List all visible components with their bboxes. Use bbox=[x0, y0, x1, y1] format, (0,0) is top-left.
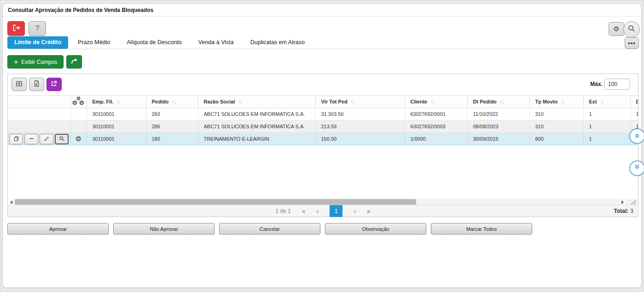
column-header-dt-pedido[interactable]: Dt Pedido↑↓ bbox=[467, 96, 529, 108]
table-row[interactable]: ⚙30110001180TREINAMENTO E-LEARGIN150.001… bbox=[8, 133, 638, 145]
column-header-cliente[interactable]: Cliente↑↓ bbox=[405, 96, 467, 108]
aprovar-button[interactable]: Aprovar bbox=[7, 223, 109, 235]
column-label: Pedido bbox=[152, 99, 169, 104]
cell-emp-fil: 30110001 bbox=[87, 133, 146, 145]
exit-button[interactable] bbox=[7, 21, 25, 36]
copy-row-button[interactable] bbox=[9, 134, 23, 144]
column-label: Cliente bbox=[411, 99, 428, 104]
cell-est: 1 bbox=[583, 133, 630, 145]
column-header-vlr-tot-ped[interactable]: Vlr Tot Ped↑↓ bbox=[315, 96, 405, 108]
view-row-button[interactable] bbox=[55, 134, 69, 144]
cell-dt-pedido: 11/10/2022 bbox=[467, 108, 529, 120]
cell-emp-fil: 30110001 bbox=[87, 108, 146, 120]
sort-arrows-icon[interactable]: ↑↓ bbox=[172, 99, 175, 104]
sort-arrows-icon[interactable]: ↑↓ bbox=[561, 99, 564, 104]
column-header-de[interactable]: De↑↓ bbox=[630, 96, 638, 108]
row-actions-cell bbox=[8, 120, 70, 133]
tab-venda-a-vista[interactable]: Venda à Vista bbox=[191, 36, 241, 49]
column-header-razao-social[interactable]: Razão Social↑↓ bbox=[198, 96, 315, 108]
tab-limite-de-credito[interactable]: Limite de Crédito bbox=[7, 36, 68, 49]
max-rows-input[interactable] bbox=[604, 79, 630, 90]
search-icon bbox=[627, 24, 636, 34]
expand-grid-button[interactable] bbox=[46, 78, 62, 91]
gear-icon: ⚙ bbox=[613, 25, 619, 33]
export-file-button[interactable] bbox=[29, 78, 44, 91]
page-title: Consultar Aprovação de Pedidos de Venda … bbox=[3, 4, 641, 17]
max-label: Máx. bbox=[590, 81, 603, 87]
cell-pedido: 286 bbox=[146, 120, 198, 133]
prev-page-button[interactable]: ‹ bbox=[317, 208, 319, 214]
column-header-emp-fil[interactable]: Emp. Fil.↑↓ bbox=[87, 96, 146, 108]
cancelar-button[interactable]: Cancelar bbox=[219, 223, 320, 235]
column-header-est[interactable]: Est↑↓ bbox=[583, 96, 630, 108]
cell-tp-movto: 310 bbox=[529, 120, 583, 133]
scroll-to-bottom-button[interactable] bbox=[629, 160, 644, 176]
footer-button-row: AprovarNão AprovarCancelarObservaçãoMarc… bbox=[7, 223, 532, 235]
grid-toolbar: Máx. bbox=[8, 74, 638, 95]
cell-razao-social: ABC71 SOLUCOES EM INFORMATICA S.A. bbox=[198, 120, 315, 133]
help-button[interactable]: ? bbox=[29, 21, 46, 36]
total-counter: Total: 3 bbox=[614, 205, 633, 217]
tab-duplicatas-em-atraso[interactable]: Duplicatas em Atraso bbox=[244, 36, 312, 49]
sort-arrows-icon[interactable]: ↑↓ bbox=[116, 99, 120, 104]
column-label: Emp. Fil. bbox=[93, 99, 114, 104]
cell-dt-pedido: 30/09/2015 bbox=[467, 133, 529, 145]
cell-razao-social: ABC71 SOLUCOES EM INFORMATICA S.A. bbox=[198, 108, 315, 120]
table-row[interactable]: 30110001283ABC71 SOLUCOES EM INFORMATICA… bbox=[8, 108, 638, 120]
settings-button[interactable]: ⚙ bbox=[609, 22, 624, 36]
file-export-icon bbox=[33, 80, 40, 89]
row-settings-cell: ⚙ bbox=[70, 133, 87, 145]
current-page-button[interactable]: 1 bbox=[330, 205, 342, 217]
table-header-row: ⚙⚙⚙Emp. Fil.↑↓Pedido↑↓Razão Social↑↓Vlr … bbox=[8, 96, 638, 108]
table-row[interactable]: 30110001286ABC71 SOLUCOES EM INFORMATICA… bbox=[8, 120, 638, 133]
row-settings-cell bbox=[70, 108, 87, 120]
row-actions-cell bbox=[8, 108, 70, 120]
next-page-button[interactable]: › bbox=[354, 208, 356, 214]
column-header-pedido[interactable]: Pedido↑↓ bbox=[146, 96, 198, 108]
column-settings-button[interactable]: ⚙⚙⚙ bbox=[70, 96, 87, 108]
sort-arrows-icon[interactable]: ↑↓ bbox=[238, 99, 242, 104]
grid-view-button[interactable] bbox=[12, 78, 27, 91]
sort-arrows-icon[interactable]: ↑↓ bbox=[500, 99, 504, 104]
column-label: Dt Pedido bbox=[473, 99, 497, 104]
gear-icon[interactable]: ⚙ bbox=[71, 135, 87, 143]
cell-dt-pedido: 08/08/2023 bbox=[467, 120, 529, 133]
marcar-todos-button[interactable]: Marcar Todos bbox=[431, 223, 532, 235]
cell-emp-fil: 30110001 bbox=[87, 120, 146, 133]
expand-icon bbox=[51, 80, 58, 89]
cell-tp-movto: 310 bbox=[529, 108, 583, 120]
cell-cliente: 63027692/0001 bbox=[405, 108, 467, 120]
first-page-button[interactable]: « bbox=[302, 208, 306, 214]
last-page-button[interactable]: » bbox=[367, 208, 371, 214]
gear-icon: ⚙ bbox=[79, 100, 85, 106]
edit-row-button[interactable] bbox=[40, 134, 53, 144]
sort-arrows-icon[interactable]: ↑↓ bbox=[351, 99, 354, 104]
forward-arrow-icon bbox=[70, 58, 78, 66]
help-icon: ? bbox=[35, 24, 40, 33]
nao-aprovar-button[interactable]: Não Aprovar bbox=[113, 223, 215, 235]
search-button[interactable] bbox=[623, 21, 640, 38]
observacao-button[interactable]: Observação bbox=[325, 223, 426, 235]
forward-button[interactable] bbox=[66, 55, 82, 69]
row-settings-cell bbox=[70, 120, 87, 133]
cell-cliente: 63027692/0003 bbox=[405, 120, 467, 133]
copy-icon bbox=[13, 136, 19, 143]
column-row-actions bbox=[8, 96, 70, 108]
right-triangle-icon bbox=[621, 200, 624, 204]
exibir-campos-button[interactable]: + Exibir Campos bbox=[7, 55, 64, 69]
scroll-to-top-button[interactable] bbox=[629, 128, 644, 144]
plus-icon: + bbox=[14, 58, 18, 66]
remove-row-button[interactable] bbox=[24, 134, 38, 144]
sort-arrows-icon[interactable]: ↑↓ bbox=[430, 99, 434, 104]
search-icon bbox=[59, 136, 65, 143]
double-chevron-down-icon bbox=[633, 164, 641, 173]
gears-icon: ⚙⚙⚙ bbox=[72, 96, 86, 106]
cell-vlr-tot-ped: 150.00 bbox=[315, 133, 405, 145]
sort-arrows-icon[interactable]: ↑↓ bbox=[600, 99, 604, 104]
tab-prazo-medio[interactable]: Prazo Médio bbox=[71, 36, 117, 49]
pagination-controls: 1 de 1 « ‹ 1 › » bbox=[8, 205, 638, 217]
cell-pedido: 283 bbox=[146, 108, 198, 120]
column-label: De bbox=[636, 99, 638, 104]
tab-aliquota-de-desconto[interactable]: Alíquota de Desconto bbox=[120, 36, 189, 49]
column-header-tp-movto[interactable]: Tp Movto↑↓ bbox=[529, 96, 583, 108]
